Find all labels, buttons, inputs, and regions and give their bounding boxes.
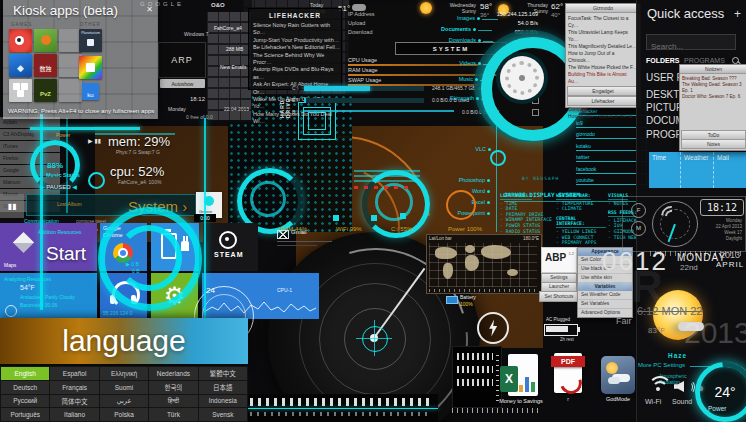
wifi-icon[interactable]: [646, 376, 670, 394]
hub-folder-videos[interactable]: Videos: [445, 60, 481, 66]
kiosk-warning: WARNING: Press Alt+F4 to close any fulls…: [8, 107, 154, 114]
language-option[interactable]: Русский: [1, 395, 49, 408]
gizmodo-item[interactable]: FocusTask: The Closest to a Cy…: [568, 15, 638, 29]
media-controls-inline[interactable]: ▶ ▮▮: [88, 137, 101, 144]
app-planetarium[interactable]: Planetarium: [79, 29, 102, 52]
excel-shortcut[interactable]: X Money to Savings: [500, 354, 542, 406]
oo-emails[interactable]: New Emails: [220, 64, 246, 70]
drive-bar[interactable]: [304, 110, 454, 112]
language-option[interactable]: हिन्दी: [149, 395, 197, 408]
language-option[interactable]: Svensk: [199, 408, 247, 421]
power-bolt-button[interactable]: [477, 312, 509, 344]
gizmodo-item[interactable]: This Ultraviolet Lamp Keeps Yo…: [568, 29, 638, 43]
search-icon[interactable]: [732, 57, 739, 64]
app-plants-vs-zombies[interactable]: PvZ: [34, 79, 57, 102]
search-box[interactable]: [646, 34, 736, 50]
gmail-label[interactable]: Gmail: [291, 229, 307, 235]
close-icon[interactable]: ✕: [146, 5, 153, 14]
hub-folder-images[interactable]: Images: [440, 15, 480, 21]
tab-programs[interactable]: PROGRAMS: [684, 57, 725, 64]
abp-version: 1.2: [568, 251, 574, 256]
gizmodo-item[interactable]: How to Take Pictures of the Ni…: [568, 113, 638, 120]
lifehacker-item[interactable]: Autorip Rips DVDs and Blu-Rays as…: [253, 66, 341, 81]
gizmodo-item[interactable]: The White House Picked the F…: [568, 64, 638, 71]
tile-weather-qa[interactable]: Weather: [681, 152, 714, 188]
sudoku-label: 数独: [39, 66, 51, 72]
start-label[interactable]: Start: [46, 243, 86, 265]
gizmodo-popup-header[interactable]: Gizmodo: [566, 4, 640, 13]
hub-app-vlc[interactable]: VLC: [455, 146, 491, 152]
skins-list-item[interactable]: C3 AfxDisplay: [0, 129, 60, 140]
note-item[interactable]: Doctor Who: Season 7 Ep. 6: [682, 94, 745, 100]
engadget-button[interactable]: Engadget: [567, 86, 639, 96]
app-ku[interactable]: ku: [82, 83, 99, 100]
autoshow-button[interactable]: Autoshow: [160, 79, 205, 88]
lifehacker-item[interactable]: Jump-Start Your Productivity with…: [253, 37, 341, 44]
language-option[interactable]: Português: [1, 408, 49, 421]
language-option[interactable]: 日本語: [199, 381, 247, 394]
app-angry-birds[interactable]: [9, 29, 32, 52]
lifehacker-button[interactable]: Lifehacker: [567, 96, 639, 106]
lifehacker-item[interactable]: The Science Behind Why We Procr…: [253, 52, 341, 67]
language-option[interactable]: Français: [50, 381, 98, 394]
pause-button[interactable]: ▮▮: [0, 194, 24, 218]
hub-app-photoshop[interactable]: Photoshop: [438, 177, 490, 183]
tile-mail[interactable]: Mail: [714, 152, 746, 188]
music-transport[interactable]: ▶ PAUSED ◀: [40, 183, 77, 190]
drive-bar[interactable]: [304, 86, 424, 91]
add-button[interactable]: +: [734, 7, 741, 21]
gizmodo-item[interactable]: Building This Bike is Almost Au…: [568, 71, 638, 85]
language-option[interactable]: Deutsch: [1, 381, 49, 394]
language-option[interactable]: 한국의: [149, 381, 197, 394]
language-option[interactable]: Suomi: [100, 381, 148, 394]
app-hex-puzzle[interactable]: [9, 79, 32, 102]
language-option[interactable]: Indonesia: [199, 395, 247, 408]
hub-folder-downloads[interactable]: Downloads: [437, 37, 481, 43]
crosshair-line: [374, 320, 375, 356]
pvz-label: PvZ: [40, 91, 51, 97]
jarvis-section-title: WEATHER BAR:: [556, 193, 591, 200]
language-option[interactable]: 简体中文: [50, 395, 98, 408]
drive-bar[interactable]: [304, 98, 424, 103]
sound-icon[interactable]: [674, 378, 696, 394]
gizmodo-item[interactable]: This Magnificently Detailed Le…: [568, 43, 638, 50]
app-color-mixer[interactable]: [79, 56, 102, 79]
language-option[interactable]: Español: [50, 367, 98, 380]
notes-button[interactable]: Notes: [681, 139, 746, 149]
language-option[interactable]: Ελληνική: [100, 367, 148, 380]
pdf-shortcut[interactable]: PDF r: [551, 353, 585, 403]
language-option[interactable]: Nederlands: [149, 367, 197, 380]
app-bejeweled[interactable]: ◆: [9, 54, 32, 77]
note-item[interactable]: The Walking Dead: Season 3 Ep. 1: [682, 82, 745, 94]
lifehacker-item[interactable]: Silence Noisy Rain Gutters with So…: [253, 22, 341, 37]
language-option[interactable]: Polska: [100, 408, 148, 421]
jarvis-weather-central: WEATHER BAR: TEMPERATURECLIMATE CENTRAL …: [556, 193, 606, 246]
gmail-icon[interactable]: [277, 230, 289, 239]
search-input[interactable]: [647, 40, 735, 53]
tile-steam[interactable]: STEAM: [203, 223, 258, 271]
app-sudoku[interactable]: 数独: [34, 54, 57, 77]
language-option[interactable]: Italiano: [50, 408, 98, 421]
language-option-english[interactable]: English: [1, 367, 49, 380]
app-slot-empty[interactable]: [59, 79, 82, 102]
gizmodo-item[interactable]: How to Jump Out of a Chinook…: [568, 50, 638, 64]
hub-folder-documents[interactable]: Documents: [432, 26, 476, 32]
language-banner-text: language: [62, 324, 185, 358]
bg-cond: Fair: [616, 316, 632, 326]
notes-popup-header[interactable]: Notizen: [680, 65, 746, 74]
hub-shutter[interactable]: [500, 56, 544, 100]
tile-weather[interactable]: Analyzing Resources 54°F Arstacken, Part…: [0, 273, 97, 319]
language-option[interactable]: 繁體中文: [199, 367, 247, 380]
app-cut-the-rope[interactable]: [34, 29, 57, 52]
lifehacker-item[interactable]: Be Lifehacker's New Editorial Fell…: [253, 44, 341, 51]
kiosk-window: Kiosk apps (beta) ✕ GAMES OTHER ◆ 数独 PvZ…: [3, 0, 158, 119]
tab-folders[interactable]: FOLDERS: [646, 57, 679, 64]
more-pc-settings-link[interactable]: More PC Settings: [638, 362, 685, 368]
language-option[interactable]: Türk: [149, 408, 197, 421]
godmode-shortcut[interactable]: GodMode: [601, 356, 635, 402]
hub-folder-skinspath[interactable]: Skinspath: [437, 95, 479, 101]
diamond-icon: ◆: [17, 63, 24, 73]
tile-time[interactable]: Time: [649, 152, 681, 188]
hub-folder-music[interactable]: Music: [442, 76, 478, 82]
language-option[interactable]: عربي: [100, 395, 148, 408]
